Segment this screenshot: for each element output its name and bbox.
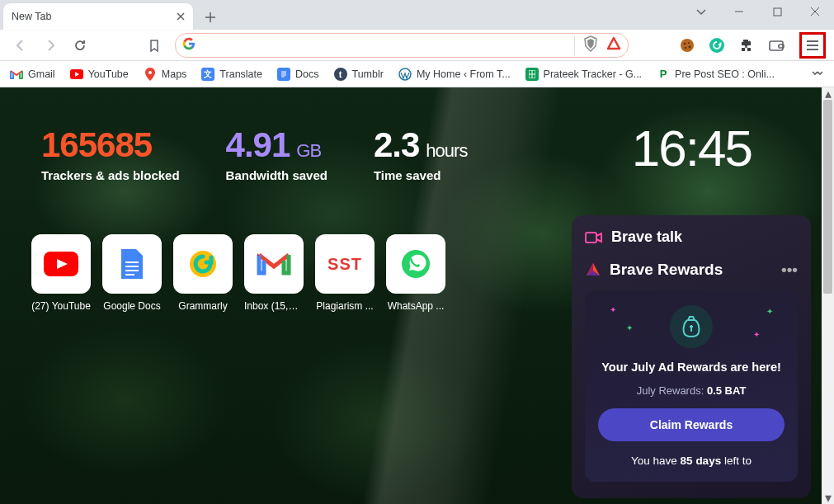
tile-youtube[interactable]: (27) YouTube xyxy=(31,234,91,312)
close-tab-button[interactable] xyxy=(173,9,188,24)
bookmark-label: My Home ‹ From T... xyxy=(417,68,511,80)
forward-button[interactable] xyxy=(38,33,63,58)
stat-label: Trackers & ads blocked xyxy=(41,168,180,182)
bookmark-label: Docs xyxy=(295,68,318,80)
bookmark-label: Maps xyxy=(162,68,187,80)
stat-unit: hours xyxy=(426,140,467,162)
cookie-extension-icon[interactable] xyxy=(677,35,697,55)
whatsapp-icon xyxy=(399,247,432,280)
svg-point-4 xyxy=(689,45,691,48)
tile-label: WhatsApp ... xyxy=(386,300,445,312)
brave-talk-label: Brave talk xyxy=(611,228,682,246)
rewards-title: Brave Rewards xyxy=(610,261,723,279)
scroll-up-arrow[interactable]: ▴ xyxy=(822,87,834,100)
rewards-card-sub: July Rewards: 0.5 BAT xyxy=(598,384,785,397)
youtube-icon xyxy=(44,252,78,276)
prepost-icon: P xyxy=(657,68,670,81)
browser-tab[interactable]: New Tab xyxy=(3,3,193,30)
main-menu-button[interactable] xyxy=(799,32,826,59)
tile-grammarly[interactable]: Grammarly xyxy=(173,234,233,312)
rewards-card: ✦ ✦ ✦ ✦ Your July Ad Rewards are here! J… xyxy=(585,290,798,482)
address-input[interactable] xyxy=(202,39,568,52)
window-controls xyxy=(689,0,834,23)
vertical-scrollbar[interactable]: ▴ ▾ xyxy=(822,87,834,504)
svg-rect-0 xyxy=(774,8,781,16)
tile-label: Inbox (15,666) xyxy=(244,300,304,312)
bookmarks-overflow-button[interactable] xyxy=(811,68,824,80)
brave-rewards-header: Brave Rewards ••• xyxy=(585,261,798,279)
tab-title: New Tab xyxy=(12,11,51,22)
tile-inbox[interactable]: Inbox (15,666) xyxy=(244,234,304,312)
gdocs-icon xyxy=(120,247,144,280)
maps-icon xyxy=(144,68,157,81)
claim-rewards-button[interactable]: Claim Rewards xyxy=(598,408,785,441)
tile-label: Google Docs xyxy=(102,300,162,312)
extensions-area xyxy=(677,32,826,59)
stat-bandwidth: 4.91GB Bandwidth saved xyxy=(226,125,327,182)
stat-trackers: 165685 Trackers & ads blocked xyxy=(41,125,180,182)
svg-point-6 xyxy=(709,38,724,53)
clock: 16:45 xyxy=(632,119,752,177)
rewards-countdown: You have 85 days left to xyxy=(598,455,785,467)
brave-talk-row[interactable]: Brave talk xyxy=(585,228,798,246)
sst-icon: SST xyxy=(327,255,362,274)
window-titlebar: New Tab xyxy=(0,0,834,30)
bookmark-label: YouTube xyxy=(88,68,129,80)
stat-label: Bandwidth saved xyxy=(226,168,327,182)
search-tabs-button[interactable] xyxy=(689,0,714,23)
bookmark-gmail[interactable]: Gmail xyxy=(10,68,55,81)
bookmark-label: Translate xyxy=(219,68,262,80)
maximize-button[interactable] xyxy=(758,0,796,23)
bookmark-docs[interactable]: Docs xyxy=(277,68,318,81)
stat-label: Time saved xyxy=(374,168,467,182)
bookmarks-bar: Gmail YouTube Maps 文Translate Docs tTumb… xyxy=(0,61,834,87)
svg-rect-16 xyxy=(586,233,596,243)
svg-point-10 xyxy=(148,71,152,74)
bookmark-label: Gmail xyxy=(28,68,55,80)
gmail-icon xyxy=(256,250,292,278)
top-sites-tiles: (27) YouTube Google Docs Grammarly Inbox… xyxy=(31,234,445,312)
bookmark-label: Tumblr xyxy=(352,68,384,80)
bookmark-button[interactable] xyxy=(142,33,167,58)
rewards-menu-button[interactable]: ••• xyxy=(781,261,798,279)
stat-value: 2.3 xyxy=(374,125,419,165)
wallet-icon[interactable] xyxy=(766,35,786,55)
tile-plagiarism[interactable]: SSTPlagiarism ... xyxy=(315,234,375,312)
new-tab-button[interactable] xyxy=(198,5,223,30)
close-window-button[interactable] xyxy=(796,0,834,23)
tile-whatsapp[interactable]: WhatsApp ... xyxy=(386,234,445,312)
grammarly-icon xyxy=(186,247,220,281)
bookmark-maps[interactable]: Maps xyxy=(144,68,187,81)
stat-unit: GB xyxy=(296,140,321,162)
tile-gdocs[interactable]: Google Docs xyxy=(102,234,162,312)
svg-point-2 xyxy=(684,42,686,45)
stat-value: 165685 xyxy=(41,125,180,165)
bookmark-translate[interactable]: 文Translate xyxy=(201,68,262,81)
scroll-down-arrow[interactable]: ▾ xyxy=(822,492,834,504)
bookmark-label: Pre Post SEO : Onli... xyxy=(675,68,775,80)
minimize-button[interactable] xyxy=(720,0,758,23)
grammarly-extension-icon[interactable] xyxy=(707,35,727,55)
bat-icon xyxy=(585,261,601,278)
translate-icon: 文 xyxy=(201,68,214,81)
svg-point-5 xyxy=(685,46,686,48)
google-icon xyxy=(182,37,196,54)
reload-button[interactable] xyxy=(68,33,92,58)
address-bar[interactable] xyxy=(175,33,629,58)
bookmark-tumblr[interactable]: tTumblr xyxy=(334,68,384,81)
svg-point-1 xyxy=(681,39,694,52)
gmail-icon xyxy=(10,68,23,81)
brave-rewards-icon[interactable] xyxy=(606,36,621,54)
back-button[interactable] xyxy=(8,33,33,58)
stat-time: 2.3hours Time saved xyxy=(374,125,467,182)
bookmark-sheets[interactable]: Prateek Tracker - G... xyxy=(525,68,642,81)
new-tab-page: 165685 Trackers & ads blocked 4.91GB Ban… xyxy=(0,87,834,504)
bookmark-prepost[interactable]: PPre Post SEO : Onli... xyxy=(657,68,775,81)
bookmark-label: Prateek Tracker - G... xyxy=(544,68,642,80)
bookmark-wordpress[interactable]: My Home ‹ From T... xyxy=(398,68,511,81)
extensions-puzzle-icon[interactable] xyxy=(737,35,756,55)
scrollbar-thumb[interactable] xyxy=(823,100,832,294)
bookmark-youtube[interactable]: YouTube xyxy=(70,68,129,81)
brave-shields-icon[interactable] xyxy=(583,35,598,55)
video-icon xyxy=(585,230,603,245)
